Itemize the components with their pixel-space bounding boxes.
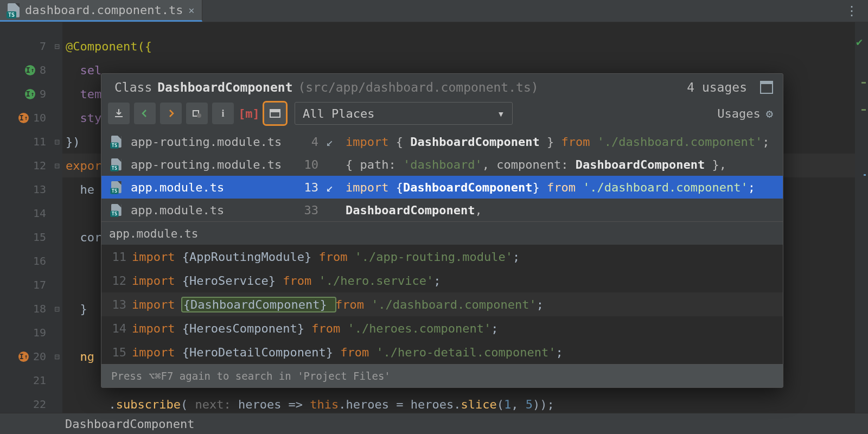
popup-hint: Press ⌥⌘F7 again to search in 'Project F… (101, 364, 783, 387)
line-number: 19 (33, 326, 46, 339)
line-number: 10 (33, 111, 46, 124)
code-text: } (66, 302, 87, 316)
implement-hint-icon[interactable]: I↑ (25, 65, 35, 75)
line-number: 21 (33, 374, 46, 387)
result-line: 4 (301, 135, 318, 149)
result-snippet: DashboardComponent, (346, 203, 773, 217)
typescript-file-icon (8, 3, 20, 17)
breadcrumb[interactable]: DashboardComponent (65, 417, 194, 431)
preview-toggle-icon[interactable] (264, 103, 286, 124)
usage-result[interactable]: app.module.ts 33 DashboardComponent, (101, 199, 783, 221)
preview-line: 15import {HeroDetailComponent} from './h… (101, 340, 783, 364)
line-number: 12 (33, 159, 46, 172)
line-number: 16 (33, 254, 46, 267)
code-text: cor (66, 231, 101, 244)
line-number: 13 (33, 183, 46, 196)
scope-value: All Places (303, 107, 374, 120)
show-usages-popup: Class DashboardComponent (src/app/dashbo… (101, 73, 783, 388)
implement-hint-icon[interactable]: I↑ (25, 89, 35, 99)
code-text: he (66, 183, 94, 196)
preview-file-header: app.module.ts (101, 221, 783, 245)
line-number: 18 (33, 302, 46, 315)
result-line: 13 (301, 181, 318, 194)
tab-filename: dashboard.component.ts (25, 3, 183, 17)
result-file: app-routing.module.ts (131, 135, 293, 149)
line-number: 7 (40, 40, 46, 53)
stripe-mark[interactable] (861, 109, 866, 111)
stripe-mark[interactable] (864, 174, 866, 176)
export-icon[interactable] (108, 103, 130, 124)
import-icon: ↙ (326, 181, 338, 194)
inspect-ok-icon: ✔ (856, 35, 863, 48)
usage-result[interactable]: app-routing.module.ts 4 ↙ import { Dashb… (101, 130, 783, 153)
fold-gutter: ⊟ ⊟ ⊟ ⊟ ⊟ (52, 22, 62, 413)
fold-handle[interactable]: ⊟ (52, 297, 62, 321)
code-text: sel (66, 63, 101, 77)
line-number: 9 (40, 87, 46, 100)
tab-overflow-menu-icon[interactable]: ⋮ (835, 0, 868, 22)
open-in-tool-window-icon[interactable] (760, 81, 773, 94)
override-hint-icon[interactable]: I↑ (18, 352, 29, 362)
result-file: app-routing.module.ts (131, 158, 293, 171)
preview-line: 12import {HeroService} from './hero.serv… (101, 269, 783, 292)
code-text: @Component({ (66, 40, 152, 53)
gear-icon: ⚙ (766, 107, 773, 120)
usage-result-selected[interactable]: app.module.ts 13 ↙ import {DashboardComp… (101, 176, 783, 199)
preview-line-current: 13import {DashboardComponent} from './da… (101, 292, 783, 316)
popup-title-name: DashboardComponent (157, 80, 292, 94)
svg-rect-2 (270, 110, 280, 112)
scope-selector[interactable]: All Places ▾ (295, 102, 513, 125)
typescript-file-icon (111, 158, 122, 170)
code-text: sty (66, 111, 101, 125)
usages-count: 4 usages (687, 80, 747, 94)
info-icon[interactable]: i (212, 103, 234, 124)
fold-handle[interactable]: ⊟ (52, 154, 62, 177)
error-stripe[interactable]: ✔ (855, 22, 868, 413)
result-file: app.module.ts (131, 203, 293, 217)
popup-title-prefix: Class (114, 80, 152, 94)
close-tab-icon[interactable]: ✕ (188, 4, 194, 16)
editor-tab[interactable]: dashboard.component.ts ✕ (0, 0, 202, 22)
result-line: 33 (301, 203, 318, 217)
popup-header: Class DashboardComponent (src/app/dashbo… (101, 74, 783, 98)
group-by-icon[interactable] (186, 103, 208, 124)
code-text: ng (66, 350, 94, 363)
status-bar: DashboardComponent (0, 413, 868, 434)
fold-handle[interactable]: ⊟ (52, 34, 62, 58)
svg-point-0 (197, 113, 201, 118)
result-snippet: { path: 'dashboard', component: Dashboar… (346, 158, 773, 171)
result-snippet: import { DashboardComponent } from './da… (346, 135, 773, 149)
stripe-mark[interactable] (861, 82, 866, 84)
usages-settings[interactable]: Usages ⚙ (717, 107, 773, 120)
fold-handle[interactable]: ⊟ (52, 344, 62, 368)
popup-title-path: (src/app/dashboard.component.ts) (298, 80, 539, 94)
typescript-file-icon (111, 204, 122, 216)
chevron-down-icon: ▾ (497, 107, 505, 120)
prev-occurrence-icon[interactable] (134, 103, 156, 124)
line-number: 8 (40, 63, 46, 76)
preview-line: 14import {HeroesComponent} from './heroe… (101, 316, 783, 340)
line-number: 22 (33, 398, 46, 411)
next-occurrence-icon[interactable] (160, 103, 182, 124)
usage-result[interactable]: app-routing.module.ts 10 { path: 'dashbo… (101, 153, 783, 176)
result-line: 10 (301, 158, 318, 171)
code-text: tem (66, 87, 101, 101)
preview-pane[interactable]: 11import {AppRoutingModule} from './app-… (101, 245, 783, 364)
results-list: app-routing.module.ts 4 ↙ import { Dashb… (101, 130, 783, 221)
line-number: 20 (33, 350, 46, 363)
override-hint-icon[interactable]: I↑ (18, 113, 29, 123)
line-number: 14 (33, 207, 46, 220)
fold-handle[interactable]: ⊟ (52, 130, 62, 154)
regex-icon[interactable]: [m] (238, 103, 260, 124)
typescript-file-icon (111, 181, 122, 193)
line-number: 15 (33, 231, 46, 244)
line-number-gutter: 7 I↑8 I↑9 I↑10 11 12 13 14 15 16 17 18 1… (0, 22, 52, 413)
editor: 7 I↑8 I↑9 I↑10 11 12 13 14 15 16 17 18 1… (0, 22, 868, 413)
result-snippet: import {DashboardComponent} from './dash… (346, 181, 773, 194)
typescript-file-icon (111, 136, 122, 148)
line-number: 17 (33, 278, 46, 291)
code-text: }) (66, 135, 80, 149)
import-icon: ↙ (326, 135, 338, 149)
tab-bar: dashboard.component.ts ✕ ⋮ (0, 0, 868, 22)
line-number: 11 (33, 135, 46, 148)
